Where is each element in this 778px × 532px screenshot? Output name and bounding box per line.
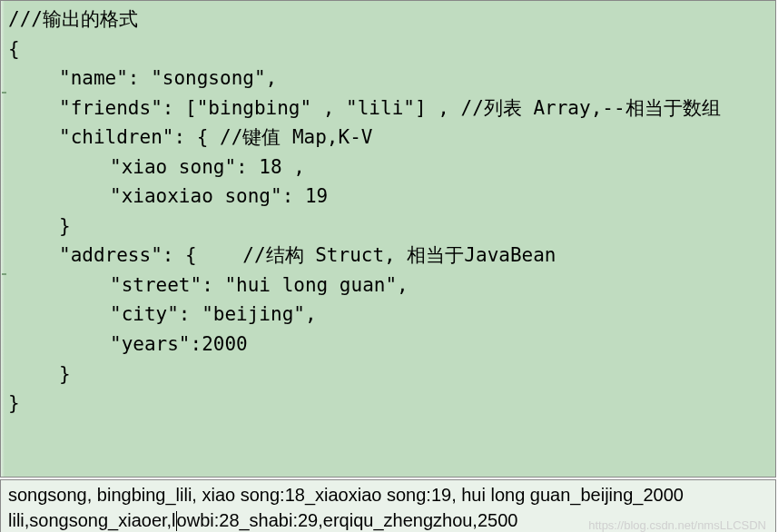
data-sample-box[interactable]: songsong, bingbing_lili, xiao song:18_xi… (0, 479, 776, 532)
text-fragment: owbi:28_shabi:29,erqiqu_zhengzhou,2500 (177, 510, 518, 530)
code-line: ///输出的格式 (8, 5, 768, 34)
ruler-edge (1, 1, 5, 477)
code-line: "friends": ["bingbing" , "lili"] , //列表 … (8, 94, 768, 123)
code-line: "name": "songsong", (8, 64, 768, 94)
code-line: } (8, 212, 768, 241)
data-line: songsong, bingbing_lili, xiao song:18_xi… (8, 483, 768, 508)
code-line: "xiao song": 18 , (8, 153, 768, 182)
code-line: } (8, 360, 768, 389)
code-line: { (8, 34, 768, 64)
code-line: "street": "hui long guan", (8, 271, 768, 300)
ruler-tick (2, 273, 6, 275)
code-block: ///输出的格式 { "name": "songsong", "friends"… (0, 0, 776, 478)
code-line: } (8, 389, 768, 419)
code-line: "children": { //键值 Map,K-V (8, 123, 768, 153)
ruler-tick (2, 92, 6, 94)
watermark: https://blog.csdn.net/nmsLLCSDN (588, 517, 766, 532)
code-line: "years":2000 (8, 330, 768, 360)
code-line: "city": "beijing", (8, 300, 768, 330)
code-line: "xiaoxiao song": 19 (8, 182, 768, 212)
code-line: "address": { //结构 Struct, 相当于JavaBean (8, 241, 768, 271)
text-fragment: lili,songsong_xiaoer,l (8, 510, 176, 530)
